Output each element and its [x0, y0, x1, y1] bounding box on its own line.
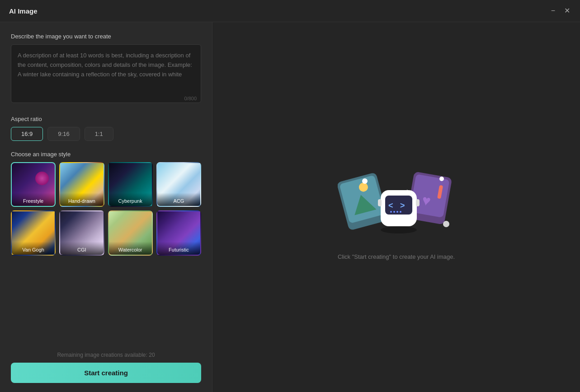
aspect-ratio-label: Aspect ratio	[11, 116, 201, 122]
svg-point-8	[439, 177, 444, 181]
start-creating-button[interactable]: Start creating	[11, 363, 201, 383]
style-label-cyberpunk: Cyberpunk	[109, 193, 152, 206]
style-item-futuristic[interactable]: Futuristic	[156, 210, 201, 255]
svg-point-4	[362, 178, 368, 184]
title-bar: AI Image − ✕	[0, 0, 580, 22]
right-panel: ♥ < >	[212, 22, 580, 392]
style-label-hand-drawn: Hand-drawn	[60, 193, 103, 206]
description-textarea[interactable]	[11, 44, 201, 103]
minimize-button[interactable]: −	[550, 6, 556, 15]
title-bar-controls: − ✕	[550, 6, 571, 15]
svg-point-17	[396, 211, 398, 213]
style-item-hand-drawn[interactable]: Hand-drawn	[59, 162, 104, 207]
aspect-btn-9-16[interactable]: 9:16	[47, 127, 80, 141]
style-label-van-gogh: Van Gogh	[12, 242, 55, 255]
style-label-watercolor: Watercolor	[109, 242, 152, 255]
style-grid: Freestyle Hand-drawn Cyberpunk ACG Van G…	[11, 162, 201, 256]
style-item-cgi[interactable]: CGI	[59, 210, 104, 255]
style-item-watercolor[interactable]: Watercolor	[108, 210, 153, 255]
remaining-text: Remaining image creations available: 20	[11, 352, 201, 358]
left-panel: Describe the image you want to create 0/…	[0, 22, 212, 392]
svg-point-22	[381, 226, 417, 233]
aspect-buttons: 16:9 9:16 1:1	[11, 127, 201, 141]
svg-rect-19	[378, 199, 382, 206]
style-label-futuristic: Futuristic	[157, 242, 200, 255]
svg-point-15	[390, 211, 392, 213]
svg-text:✦: ✦	[405, 188, 410, 195]
aspect-btn-16-9[interactable]: 16:9	[11, 127, 43, 141]
style-section: Choose an image style Freestyle Hand-dra…	[11, 151, 201, 256]
ai-illustration: ♥ < >	[338, 154, 455, 244]
illustration-container: ♥ < >	[338, 154, 455, 244]
svg-point-18	[400, 211, 401, 213]
description-container: 0/800	[11, 44, 201, 105]
svg-point-16	[393, 211, 395, 213]
char-count: 0/800	[184, 96, 197, 101]
style-label-acg: ACG	[157, 193, 200, 206]
svg-rect-20	[416, 199, 420, 206]
prompt-hint: Click "Start creating" to create your AI…	[338, 253, 455, 260]
svg-text:>: >	[400, 201, 405, 210]
svg-text:<: <	[388, 201, 393, 210]
aspect-ratio-section: Aspect ratio 16:9 9:16 1:1	[11, 116, 201, 141]
style-item-van-gogh[interactable]: Van Gogh	[11, 210, 56, 255]
svg-point-9	[443, 221, 449, 227]
style-item-cyberpunk[interactable]: Cyberpunk	[108, 162, 153, 207]
style-label: Choose an image style	[11, 151, 201, 158]
style-item-acg[interactable]: ACG	[156, 162, 201, 207]
style-item-freestyle[interactable]: Freestyle	[11, 162, 56, 207]
close-button[interactable]: ✕	[563, 6, 571, 15]
description-label: Describe the image you want to create	[11, 33, 201, 40]
aspect-btn-1-1[interactable]: 1:1	[85, 127, 113, 141]
style-label-freestyle: Freestyle	[12, 193, 55, 206]
style-label-cgi: CGI	[60, 242, 103, 255]
app-window: AI Image − ✕ Describe the image you want…	[0, 0, 580, 392]
left-panel-footer: Remaining image creations available: 20 …	[11, 346, 201, 392]
window-title: AI Image	[9, 7, 38, 15]
main-content: Describe the image you want to create 0/…	[0, 22, 580, 392]
